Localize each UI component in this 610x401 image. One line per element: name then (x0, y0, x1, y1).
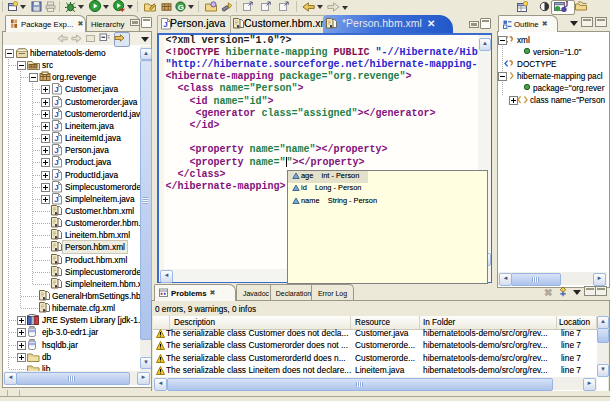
svg-text:J: J (54, 134, 58, 143)
svg-text:J: J (54, 110, 58, 119)
svg-text:J: J (54, 122, 58, 131)
svg-text:J: J (54, 195, 58, 204)
svg-text:J: J (54, 171, 58, 180)
svg-text:J: J (54, 98, 58, 107)
svg-text:J: J (54, 146, 58, 155)
svg-text:G: G (178, 3, 184, 12)
svg-text:J: J (54, 85, 58, 94)
svg-text:J: J (564, 1, 568, 9)
svg-text:J: J (54, 158, 58, 167)
svg-text:J: J (163, 20, 167, 29)
svg-text:J: J (54, 183, 58, 192)
